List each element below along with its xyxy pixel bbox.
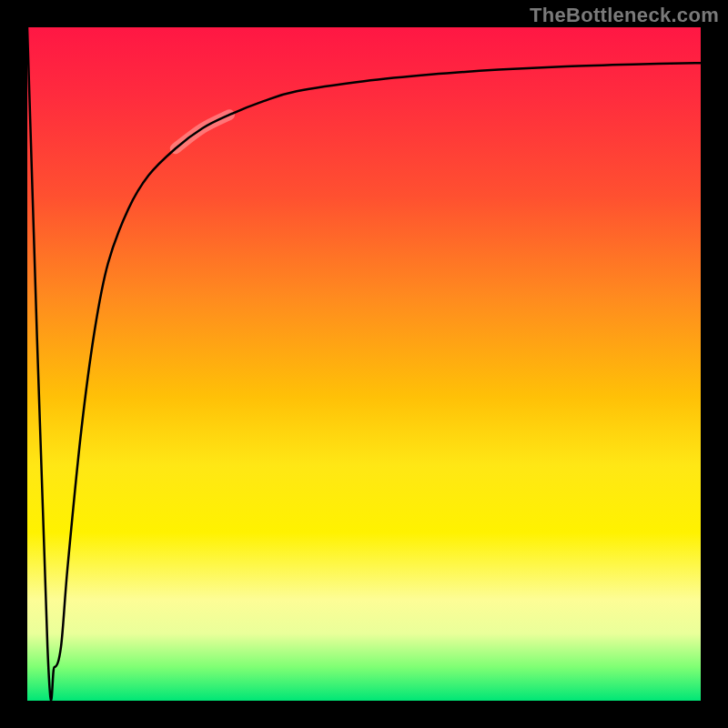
plot-area (27, 27, 701, 701)
curve-highlight (176, 115, 229, 148)
curve-svg (27, 27, 701, 701)
attribution-text: TheBottleneck.com (530, 4, 719, 27)
chart-frame: TheBottleneck.com (0, 0, 728, 728)
main-curve (27, 27, 701, 700)
